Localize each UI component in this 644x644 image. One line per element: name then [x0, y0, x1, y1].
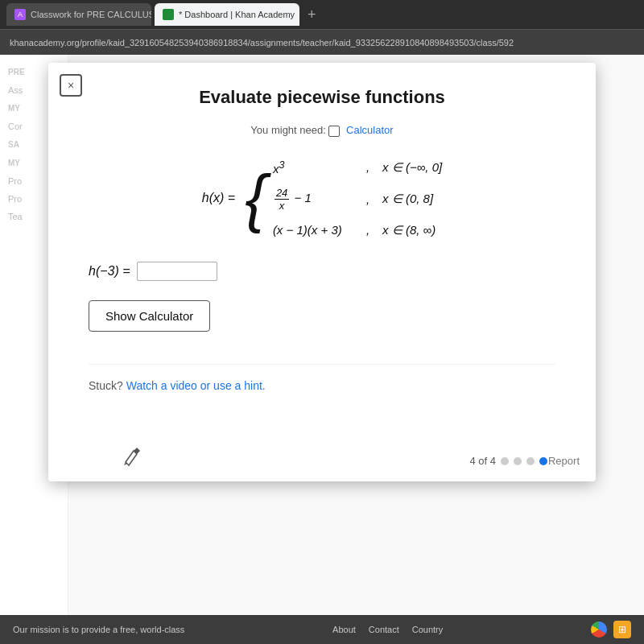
new-tab-button[interactable]: +: [303, 6, 321, 23]
bottom-icons: ⊞: [591, 621, 631, 638]
tab-classwork-label: Classwork for PRE CALCULUS P: [31, 10, 151, 19]
chrome-browser-icon: [591, 621, 607, 638]
brace-container: { x3 , x ∈ (−∞, 0]: [245, 159, 442, 237]
cases-table: x3 , x ∈ (−∞, 0] 24 x: [273, 159, 442, 237]
case-2-comma: ,: [366, 192, 369, 206]
tab-bar: A Classwork for PRE CALCULUS P × * Dashb…: [0, 0, 644, 29]
case-1-condition: x ∈ (−∞, 0]: [382, 160, 442, 175]
fraction: 24 x: [275, 187, 289, 212]
stuck-row: Stuck? Watch a video or use a hint.: [89, 364, 555, 392]
function-definition: h(x) = { x3 , x ∈ (−∞, 0]: [202, 159, 442, 237]
tab-ka-label: * Dashboard | Khan Academy: [179, 10, 295, 19]
about-link[interactable]: About: [332, 625, 356, 634]
case-1-expr: x3: [273, 159, 353, 175]
case-2-condition: x ∈ (0, 8]: [382, 192, 433, 206]
bottom-bar: Our mission is to provide a free, world-…: [0, 615, 644, 644]
stuck-text: Stuck?: [89, 379, 123, 392]
frac-denominator: x: [278, 200, 287, 212]
progress-text: 4 of 4: [469, 455, 496, 467]
modal-close-button[interactable]: ×: [60, 74, 82, 97]
pen-area: [121, 444, 143, 470]
answer-row: h(−3) =: [89, 262, 555, 281]
show-calculator-button[interactable]: Show Calculator: [89, 300, 210, 332]
classwork-favicon: A: [14, 9, 26, 20]
function-label: h(x) =: [202, 191, 235, 205]
modal-overlay: × Evaluate piecewise functions You might…: [0, 55, 644, 615]
ka-favicon: [163, 9, 174, 20]
answer-label: h(−3) =: [89, 264, 130, 279]
case-2-suffix: − 1: [295, 191, 312, 204]
modal: × Evaluate piecewise functions You might…: [48, 63, 596, 481]
tab-classwork[interactable]: A Classwork for PRE CALCULUS P ×: [6, 3, 151, 26]
case-3-comma: ,: [366, 223, 369, 237]
stuck-link[interactable]: Watch a video or use a hint.: [126, 379, 266, 392]
frac-numerator: 24: [275, 187, 289, 200]
tab-khan-academy[interactable]: * Dashboard | Khan Academy ×: [155, 3, 299, 26]
case-2-expr: 24 x − 1: [273, 187, 353, 212]
modal-title: Evaluate piecewise functions: [89, 87, 555, 108]
taskbar-icon: ⊞: [613, 621, 631, 638]
report-button[interactable]: Report: [548, 455, 580, 467]
case-row-3: (x − 1)(x + 3) , x ∈ (8, ∞): [273, 223, 442, 237]
bottom-links: About Contact Country: [332, 625, 443, 634]
case-3-expr: (x − 1)(x + 3): [273, 223, 353, 237]
progress-area: 4 of 4: [469, 455, 547, 467]
pen-icon: [121, 444, 143, 467]
calculator-link[interactable]: Calculator: [346, 124, 394, 136]
bottom-mission: Our mission is to provide a free, world-…: [13, 625, 184, 634]
case-1-comma: ,: [366, 160, 369, 174]
math-container: h(x) = { x3 , x ∈ (−∞, 0]: [89, 159, 555, 237]
country-link[interactable]: Country: [412, 625, 444, 634]
progress-dot-1: [501, 457, 509, 465]
address-text: khanacademy.org/profile/kaid_32916054825…: [10, 38, 514, 47]
case-row-1: x3 , x ∈ (−∞, 0]: [273, 159, 442, 175]
case-row-2: 24 x − 1 , x ∈ (0, 8]: [273, 187, 442, 212]
contact-link[interactable]: Contact: [369, 625, 399, 634]
progress-dot-3: [526, 457, 535, 465]
page-content: PRE Ass MY Cor SA MY Pro Pro Tea × Evalu…: [0, 55, 644, 615]
address-bar[interactable]: khanacademy.org/profile/kaid_32916054825…: [0, 29, 644, 55]
answer-input[interactable]: [137, 262, 217, 281]
progress-dot-4: [539, 457, 547, 465]
calculator-icon: [328, 126, 340, 137]
progress-dot-2: [514, 457, 522, 465]
left-brace: {: [245, 159, 266, 237]
browser-chrome: A Classwork for PRE CALCULUS P × * Dashb…: [0, 0, 644, 55]
case-3-condition: x ∈ (8, ∞): [382, 223, 436, 237]
you-might-need: You might need: Calculator: [89, 124, 555, 137]
